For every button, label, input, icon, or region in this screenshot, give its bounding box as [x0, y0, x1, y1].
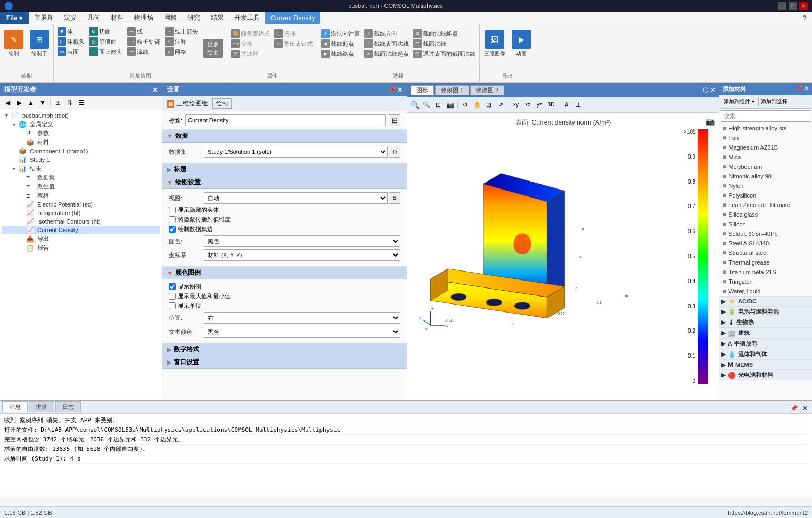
ribbon-particle-button[interactable]: ⋯粒子轨迹	[126, 37, 162, 46]
bottom-close-button[interactable]: ✕	[800, 405, 810, 412]
ribbon-along-normal-button[interactable]: ↗沿法向计算	[319, 29, 362, 38]
ribbon-cutstart-button[interactable]: ◀截线起点	[319, 39, 362, 48]
zoom-out-button[interactable]: 🔍	[421, 100, 432, 110]
ribbon-cutsurfnorm-button[interactable]: ⊥截线表面法线	[363, 39, 411, 48]
material-item[interactable]: ■ Polysilicon	[719, 191, 812, 200]
tree-item[interactable]: 📋 报告	[2, 243, 160, 252]
colormap-section-header[interactable]: ▼ 颜色图例	[162, 267, 407, 279]
zoom-rect-button[interactable]: ⊡	[483, 100, 494, 110]
ribbon-line-button[interactable]: ─线	[126, 27, 162, 36]
ribbon-cutend-button[interactable]: ▶截线终点	[319, 49, 362, 59]
menu-geometry[interactable]: 几何	[82, 12, 105, 24]
dataset-settings-button[interactable]: ⚙	[389, 146, 400, 158]
show-minmax-checkbox[interactable]	[169, 293, 176, 300]
menu-help[interactable]: ?	[798, 12, 812, 24]
rotate-button[interactable]: ↺	[460, 100, 471, 110]
tree-item[interactable]: 📊 Study 1	[2, 155, 160, 164]
tree-item[interactable]: 📈 Current Density	[2, 226, 160, 234]
tree-item[interactable]: ▼ 🌐 全局定义	[2, 120, 160, 129]
file-menu[interactable]: File ▾	[0, 12, 29, 24]
viz-tab-convergence2[interactable]: 收敛图 2	[470, 85, 504, 95]
tree-down-button[interactable]: ▼	[37, 97, 48, 108]
menu-mesh[interactable]: 网格	[159, 12, 182, 24]
menu-define[interactable]: 定义	[59, 12, 82, 24]
ribbon-draw-button[interactable]: ✎ 绘制	[2, 29, 26, 59]
tree-back-button[interactable]: ◀	[2, 97, 13, 108]
material-item[interactable]: ■ Silica glass	[719, 210, 812, 219]
tree-item[interactable]: ▼ 📊 结果	[2, 164, 160, 173]
view-xy-button[interactable]: xy	[511, 100, 521, 110]
material-item[interactable]: ■ High-strength alloy ste	[719, 124, 812, 133]
view-settings-button[interactable]: ⚙	[389, 192, 400, 204]
maximize-button[interactable]: □	[789, 2, 797, 10]
ribbon-note-button[interactable]: A注释	[163, 37, 200, 46]
viz-close-button[interactable]: ✕	[710, 86, 716, 94]
mat-close-button[interactable]: ✕	[804, 85, 809, 93]
number-format-header[interactable]: ▶ 数字格式	[162, 343, 407, 356]
tree-up-button[interactable]: ▲	[26, 97, 36, 108]
menu-devtools[interactable]: 开发工具	[229, 12, 265, 24]
tree-item[interactable]: ▼ 📄 busbar.mph (root)	[2, 111, 160, 120]
tree-forward-button[interactable]: ▶	[14, 97, 24, 108]
tree-item[interactable]: ≡ 表格	[2, 191, 160, 200]
material-item[interactable]: ■ Steel AISI 4340	[719, 239, 812, 248]
ribbon-slice-button[interactable]: ⊘切面	[88, 27, 124, 36]
view-xz-button[interactable]: xz	[522, 100, 533, 110]
bottom-pin-button[interactable]: 📌	[788, 405, 800, 412]
ribbon-select-button[interactable]: ⊡选择	[273, 29, 315, 38]
tree-filter-button[interactable]: ☰	[76, 97, 87, 108]
title-section-header[interactable]: ▶ 标题	[162, 163, 407, 176]
ribbon-cutnorm-button[interactable]: ⊡截面法线	[412, 39, 477, 48]
color-select[interactable]: 黑色	[204, 235, 400, 247]
messages-tab[interactable]: 消息	[2, 401, 28, 412]
material-category[interactable]: ▶🔴光电池和材料	[719, 369, 812, 380]
material-item[interactable]: ■ Thermal grease	[719, 258, 812, 267]
material-category[interactable]: ▶💧流体和气体	[719, 349, 812, 359]
ribbon-throughsurf-button[interactable]: ⊞通过表面的截面法线	[412, 49, 477, 59]
tree-item[interactable]: 📈 Electric Potential (ec)	[2, 200, 160, 209]
material-item[interactable]: ■ Nylon	[719, 181, 812, 191]
viz-expand-button[interactable]: ⬡	[703, 86, 708, 94]
window-controls[interactable]: ─ □ ✕	[778, 2, 808, 10]
menu-materials[interactable]: 材料	[105, 12, 129, 24]
tree-item[interactable]: 📈 Temperature (ht)	[2, 209, 160, 217]
tree-item[interactable]: ≡ 数据集	[2, 173, 160, 182]
ribbon-surface-arrow-button[interactable]: ↑面上箭头	[88, 47, 124, 56]
menu-home[interactable]: 主屏幕	[29, 12, 59, 24]
tree-item[interactable]: ≡ 派生值	[2, 182, 160, 191]
ribbon-streamline-button[interactable]: 〜流线	[126, 47, 162, 56]
tree-close-button[interactable]: ✕	[152, 86, 158, 94]
text-color-select[interactable]: 黑色	[204, 326, 400, 338]
screenshot-button[interactable]: 📷	[445, 100, 455, 110]
view-select[interactable]: 自动	[204, 192, 388, 204]
material-item[interactable]: ■ Water, liquid	[719, 286, 812, 296]
material-item[interactable]: ■ Mica	[719, 152, 812, 162]
draw-border-checkbox[interactable]	[169, 226, 176, 233]
close-button[interactable]: ✕	[799, 2, 808, 10]
material-item[interactable]: ■ Molybdenum	[719, 162, 812, 171]
viz-tab-graphics[interactable]: 图形	[411, 85, 434, 95]
material-item[interactable]: ■ Iron	[719, 133, 812, 143]
material-item[interactable]: ■ Titanium beta-21S	[719, 267, 812, 277]
ribbon-cuthead-button[interactable]: ⊡体截头	[56, 37, 86, 46]
ribbon-cutnormend-button[interactable]: ⊲截面法线终点	[412, 29, 477, 38]
add-to-component-button[interactable]: 添加到组件 ▾	[721, 97, 757, 106]
menu-study[interactable]: 研究	[182, 12, 206, 24]
hide-propagation-checkbox[interactable]	[169, 216, 176, 223]
tree-item[interactable]: P 参数	[2, 129, 160, 138]
ribbon-cutnormstart-button[interactable]: ⊳截面法线起点	[363, 49, 411, 59]
ribbon-surface-button[interactable]: ▭表面	[56, 47, 86, 56]
fit-button[interactable]: ⊡	[433, 100, 444, 110]
material-category[interactable]: ▶🏢建筑	[719, 327, 812, 338]
ribbon-draw-on-button[interactable]: ⊞ 绘制于	[28, 29, 51, 59]
view-3d-button[interactable]: 3D	[546, 100, 556, 110]
position-select[interactable]: 右	[204, 312, 400, 324]
console-scrollbar[interactable]	[0, 498, 812, 506]
plot-settings-section-header[interactable]: ▼ 绘图设置	[162, 176, 407, 189]
ribbon-isosurface-button[interactable]: ◎等值面	[88, 37, 124, 46]
show-hidden-checkbox[interactable]	[169, 207, 176, 213]
material-category[interactable]: ▶🌡生物热	[719, 317, 812, 327]
tree-sort-button[interactable]: ⇅	[64, 97, 75, 108]
ribbon-animation-button[interactable]: ▶ 动画	[510, 29, 533, 59]
material-category[interactable]: ▶⚡AC/DC	[719, 296, 812, 306]
